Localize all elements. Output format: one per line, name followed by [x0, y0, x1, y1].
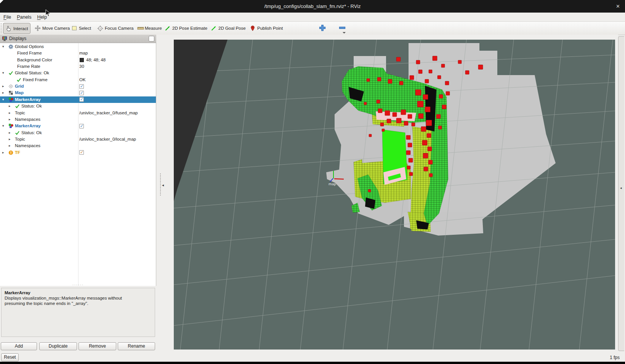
expand-arrow-icon[interactable]: ▸	[9, 110, 11, 116]
expand-arrow-icon[interactable]: ▸	[2, 149, 4, 156]
check-icon	[15, 130, 20, 135]
tree-item-label: Topic	[15, 136, 25, 143]
enabled-checkbox[interactable]: ✓	[79, 124, 84, 128]
tool-measure[interactable]: Measure	[137, 23, 162, 33]
expand-arrow-icon[interactable]: ▸	[9, 116, 11, 123]
menu-item-file[interactable]: File	[3, 14, 11, 20]
property-value[interactable]: 30	[79, 63, 84, 70]
property-value[interactable]: OK	[79, 77, 86, 83]
displays-panel-header[interactable]: Displays	[0, 35, 156, 43]
tool-select[interactable]: Select	[71, 23, 91, 33]
expand-arrow-icon[interactable]: ▸	[2, 90, 4, 96]
pose-estimate-icon	[165, 25, 171, 31]
tree-row-status-ok[interactable]: ▸Status: Ok	[0, 130, 156, 136]
tree-row-fixed-frame[interactable]: Fixed Framemap	[0, 50, 156, 56]
duplicate-button[interactable]: Duplicate	[39, 342, 77, 350]
close-icon[interactable]: ✕	[616, 0, 620, 13]
tool-focus-camera[interactable]: Focus Camera	[97, 23, 133, 33]
tool-menu-caret-icon[interactable]	[343, 32, 346, 34]
expand-arrow-icon[interactable]: ▸	[9, 103, 11, 109]
description-title: MarkerArray	[5, 290, 152, 295]
add-button[interactable]: Add	[1, 342, 37, 350]
color-swatch[interactable]	[80, 58, 84, 62]
property-value[interactable]: /univloc_tracker_0/fused_map	[79, 110, 138, 116]
enabled-checkbox[interactable]: ✓	[79, 97, 84, 102]
toolbar: InteractMove CameraSelectFocus CameraMea…	[0, 22, 625, 35]
enabled-checkbox[interactable]: ✓	[79, 84, 84, 89]
reset-button[interactable]: Reset	[1, 353, 19, 361]
tree-row-global-options[interactable]: ▾Global Options	[0, 43, 156, 50]
property-value[interactable]: /univloc_tracker_0/local_map	[79, 136, 136, 143]
enabled-checkbox[interactable]: ✓	[79, 150, 84, 155]
displays-panel-title: Displays	[9, 36, 26, 41]
tree-row-markerarray[interactable]: ▾MarkerArray✓	[0, 123, 156, 129]
collapse-arrow-icon[interactable]: ▾	[2, 70, 4, 76]
checkmark-icon: ✓	[80, 149, 83, 156]
tool-move-camera[interactable]: Move Camera	[35, 23, 70, 33]
grid-icon	[8, 84, 13, 89]
enabled-checkbox[interactable]: ✓	[79, 91, 84, 95]
collapse-arrow-icon[interactable]: ▾	[2, 43, 4, 50]
collapse-arrow-icon[interactable]: ▾	[2, 123, 4, 129]
remove-tool-button[interactable]	[338, 24, 346, 32]
tool-interact[interactable]: Interact	[3, 23, 30, 34]
menu-bar: FilePanelsHelp	[0, 13, 625, 22]
rviz-window: /tmp/ug_configs/collab_slam_fm.rviz* - R…	[0, 0, 625, 364]
tool-label: 2D Pose Estimate	[172, 26, 207, 30]
goal-pose-icon	[211, 25, 217, 31]
panel-splitter-handle[interactable]: ······	[0, 283, 156, 287]
expand-arrow-icon[interactable]: ▸	[2, 83, 4, 90]
expand-arrow-icon[interactable]: ▸	[9, 130, 11, 136]
collapse-panel-right-icon[interactable]: ◂	[620, 186, 622, 190]
tool-publish-point[interactable]: Publish Point	[250, 23, 283, 33]
remove-button[interactable]: Remove	[79, 342, 116, 350]
tree-item-label: TF	[15, 149, 20, 156]
tree-row-namespaces[interactable]: ▸Namespaces	[0, 116, 156, 123]
expand-arrow-icon[interactable]: ▸	[9, 143, 11, 149]
marker-icon	[8, 123, 13, 128]
tree-item-label: Frame Rate	[17, 63, 40, 70]
tree-item-label: Background Color	[17, 57, 52, 63]
minus-icon	[338, 24, 346, 32]
tree-item-label: Fixed Frame	[17, 50, 42, 56]
tree-row-map[interactable]: ▸Map✓	[0, 90, 156, 96]
warn-icon	[8, 150, 13, 155]
property-value[interactable]: map	[79, 50, 88, 56]
render-view[interactable]: map	[174, 40, 615, 350]
tree-row-frame-rate[interactable]: Frame Rate30	[0, 63, 156, 70]
tree-row-status-ok[interactable]: ▸Status: Ok	[0, 103, 156, 109]
tool-pose-estimate[interactable]: 2D Pose Estimate	[165, 23, 207, 33]
tool-goal-pose[interactable]: 2D Goal Pose	[211, 23, 246, 33]
checkmark-icon: ✓	[80, 83, 83, 90]
checkmark-icon: ✓	[80, 90, 83, 96]
tree-row-namespaces[interactable]: ▸Namespaces	[0, 143, 156, 149]
tree-row-topic[interactable]: ▸Topic/univloc_tracker_0/fused_map	[0, 110, 156, 116]
tool-label: Interact	[13, 26, 28, 31]
tree-row-tf[interactable]: ▸TF✓	[0, 149, 156, 156]
tree-row-fixed-frame[interactable]: Fixed FrameOK	[0, 77, 156, 83]
tree-row-global-status-ok[interactable]: ▾Global Status: Ok	[0, 70, 156, 76]
collapse-panel-left-icon[interactable]: ◂	[162, 183, 164, 187]
tool-label: Publish Point	[257, 26, 283, 30]
tree-row-background-color[interactable]: Background Color48; 48; 48	[0, 57, 156, 63]
expand-arrow-icon[interactable]: ▸	[9, 136, 11, 143]
tree-item-label: Global Status: Ok	[15, 70, 49, 76]
tree-row-grid[interactable]: ▸Grid✓	[0, 83, 156, 90]
rename-button[interactable]: Rename	[118, 342, 155, 350]
marker-icon	[8, 97, 13, 102]
tree-row-markerarray[interactable]: ▾MarkerArray✓	[0, 96, 156, 103]
tree-item-label: Status: Ok	[21, 130, 42, 136]
tool-label: Select	[79, 26, 91, 30]
tool-label: 2D Goal Pose	[218, 26, 246, 30]
collapse-arrow-icon[interactable]: ▾	[2, 96, 4, 103]
panel-float-button[interactable]	[149, 36, 154, 42]
checkmark-icon: ✓	[80, 96, 83, 103]
tree-row-topic[interactable]: ▸Topic/univloc_tracker_0/local_map	[0, 136, 156, 143]
menu-item-panels[interactable]: Panels	[17, 14, 31, 20]
checkmark-icon: ✓	[80, 123, 83, 129]
add-tool-button[interactable]	[319, 24, 326, 32]
fps-indicator: 1 fps	[587, 354, 620, 361]
panel-resize-splitter[interactable]	[160, 173, 162, 196]
collapsed-side-panel[interactable]: ◂	[618, 36, 624, 351]
color-value[interactable]: 48; 48; 48	[86, 57, 106, 63]
